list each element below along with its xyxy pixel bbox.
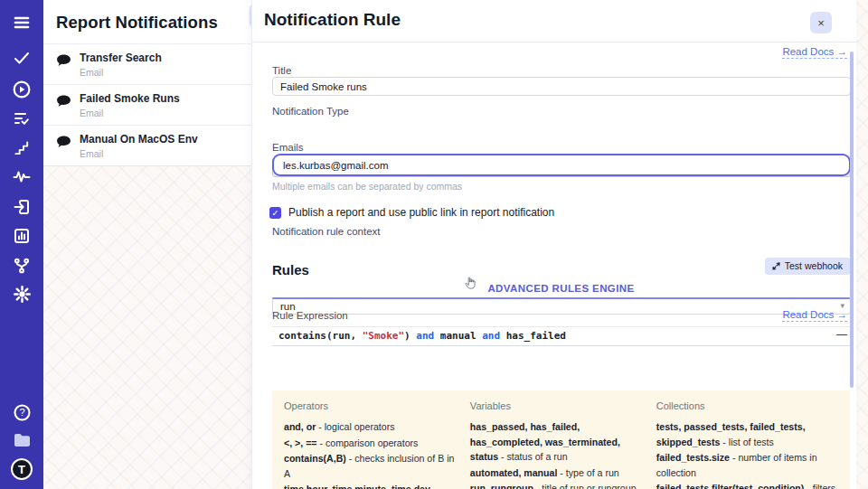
help-entry: automated, manual - type of a run	[470, 465, 642, 481]
import-icon[interactable]	[0, 198, 43, 216]
branch-icon[interactable]	[0, 257, 43, 275]
check-icon[interactable]	[0, 49, 43, 67]
notification-channel: Email	[80, 148, 198, 159]
code-token-plain: manual	[434, 330, 482, 342]
scrollbar-thumb[interactable]	[850, 52, 854, 388]
help-entry: failed_tests.size - number of items in c…	[656, 450, 838, 480]
code-token-keyword: and	[482, 330, 500, 342]
code-line: contains(run, "Smoke") and manual and ha…	[272, 327, 850, 346]
title-input[interactable]	[272, 77, 851, 96]
notification-title: Manual On MacOS Env	[80, 133, 198, 146]
editor-resize-handle[interactable]: —	[836, 328, 847, 341]
svg-text:?: ?	[19, 407, 24, 418]
rule-context-label: Notification rule context	[272, 226, 381, 237]
emails-field-label: Emails	[272, 142, 304, 153]
notification-list-item[interactable]: Transfer Search Email	[43, 44, 251, 85]
code-token-plain: )	[404, 330, 416, 342]
help-entry: time.hour, time.minute, time.day - datet…	[284, 482, 456, 489]
app-logo[interactable]: T	[0, 458, 43, 480]
folder-icon[interactable]	[0, 432, 43, 448]
notification-list: Transfer Search EmailFailed Smoke Runs E…	[43, 43, 251, 166]
help-entry: <, >, == - comparison operators	[284, 436, 456, 451]
app-screen: ?T Report Notifications × Transfer Searc…	[0, 0, 868, 489]
notification-title: Failed Smoke Runs	[80, 92, 180, 105]
help-column-operators: Operatorsand, or - logical operators<, >…	[284, 400, 456, 489]
tab-active-underline	[272, 297, 850, 299]
notification-rule-panel: Notification Rule × Read Docs → Title No…	[251, 0, 856, 489]
read-docs-link-top[interactable]: Read Docs →	[782, 46, 847, 59]
menu-icon[interactable]	[0, 14, 43, 32]
notification-title: Transfer Search	[80, 52, 162, 64]
main-panel-header: Notification Rule ×	[252, 0, 856, 42]
code-token-keyword: and	[416, 330, 434, 342]
chat-bubble-icon	[56, 94, 71, 108]
code-token-string: "Smoke"	[363, 330, 404, 342]
chat-bubble-icon	[56, 53, 71, 67]
list-panel-title: Report Notifications	[56, 13, 218, 32]
chat-bubble-icon	[56, 135, 71, 148]
rule-expression-label: Rule Expression	[272, 310, 348, 321]
close-main-panel-button[interactable]: ×	[810, 12, 832, 33]
notification-channel: Email	[80, 67, 162, 78]
rules-heading: Rules	[272, 262, 309, 277]
rules-tab-bar: ADVANCED RULES ENGINE	[272, 279, 850, 296]
help-entry: tests, passed_tests, failed_tests, skipp…	[656, 419, 838, 449]
test-webhook-label: Test webhook	[785, 260, 843, 271]
gear-icon[interactable]	[0, 285, 43, 304]
publish-checkbox-row: ✓ Publish a report and use public link i…	[269, 206, 554, 219]
sidebar: ?T	[0, 0, 43, 489]
help-entry: run, rungroup - title of run or rungroup	[470, 481, 642, 489]
help-entry: and, or - logical operators	[284, 419, 456, 435]
code-token-plain: contains(run,	[278, 330, 363, 342]
help-entry: contains(A,B) - checks inclusion of B in…	[284, 451, 456, 481]
pulse-icon[interactable]	[0, 169, 43, 184]
publish-checkbox-label: Publish a report and use public link in …	[288, 206, 554, 219]
help-column-header: Collections	[656, 400, 838, 411]
test-webhook-button[interactable]: Test webhook	[765, 258, 851, 275]
code-token-plain: has_failed	[500, 330, 566, 342]
help-column-header: Operators	[284, 400, 456, 411]
notification-type-label: Notification Type	[272, 106, 349, 117]
bar-chart-icon[interactable]	[0, 227, 43, 245]
page-title: Notification Rule	[264, 10, 401, 30]
title-field-label: Title	[272, 65, 291, 76]
emails-input[interactable]	[272, 154, 851, 176]
help-column-header: Variables	[470, 400, 642, 411]
help-entry: has_passed, has_failed, has_completed, w…	[470, 419, 642, 465]
rule-expression-editor[interactable]: contains(run, "Smoke") and manual and ha…	[272, 326, 850, 389]
notification-list-item[interactable]: Failed Smoke Runs Email	[43, 85, 251, 126]
list-panel-header: Report Notifications ×	[43, 0, 251, 43]
emails-hint: Multiple emails can be separated by comm…	[272, 181, 462, 192]
report-notifications-panel: Report Notifications × Transfer Search E…	[43, 0, 251, 489]
rule-context-select[interactable]: run ▾	[272, 297, 851, 315]
rules-help-panel: Operatorsand, or - logical operators<, >…	[272, 390, 850, 489]
list-check-icon[interactable]	[0, 109, 43, 127]
play-circle-icon[interactable]	[0, 80, 43, 99]
help-column-collections: Collectionstests, passed_tests, failed_t…	[656, 400, 838, 489]
help-icon[interactable]: ?	[0, 403, 43, 422]
read-docs-link-rules[interactable]: Read Docs →	[782, 309, 847, 322]
publish-checkbox[interactable]: ✓	[269, 207, 281, 219]
notification-list-item[interactable]: Manual On MacOS Env Email	[43, 126, 251, 165]
help-column-variables: Variableshas_passed, has_failed, has_com…	[470, 400, 642, 489]
webhook-arrows-icon	[772, 262, 780, 270]
steps-icon[interactable]	[0, 139, 43, 156]
notification-channel: Email	[80, 108, 180, 118]
help-entry: failed_tests.filter(test, condition) - f…	[656, 481, 838, 489]
tab-advanced-rules-engine[interactable]: ADVANCED RULES ENGINE	[487, 283, 634, 294]
